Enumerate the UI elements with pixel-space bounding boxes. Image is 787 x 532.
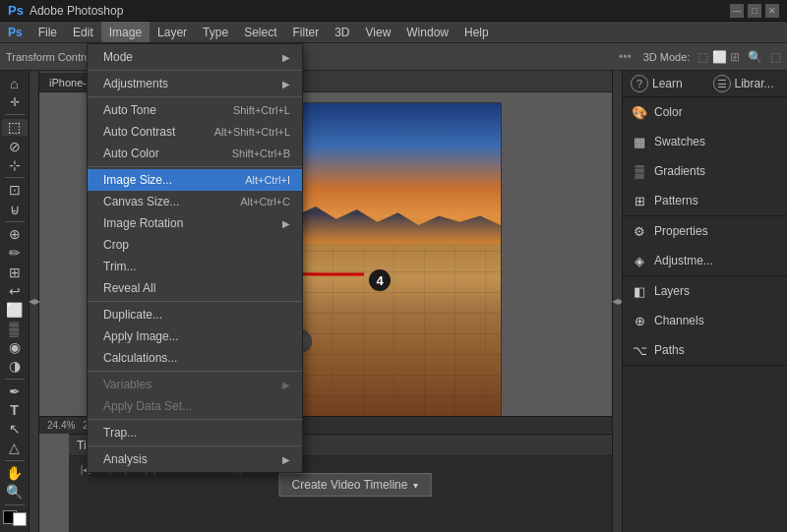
swatches-label: Swatches xyxy=(654,135,779,148)
reveal-all-label: Reveal All xyxy=(103,281,155,295)
right-panel-top: ? Learn ☰ Librar... xyxy=(623,71,787,97)
app-icon: Ps xyxy=(8,3,24,18)
panel-section-layers: ◧ Layers ⊕ Channels ⌥ Paths xyxy=(623,276,787,366)
options-extra-icons: ⬚ xyxy=(770,50,781,64)
tool-stamp[interactable]: ⊞ xyxy=(2,264,28,280)
tool-move[interactable]: ✛ xyxy=(2,93,28,110)
menu-item-select[interactable]: Select xyxy=(236,22,284,42)
menu-apply-image[interactable]: Apply Image... xyxy=(88,325,302,347)
panel-paths[interactable]: ⌥ Paths xyxy=(623,335,787,365)
menu-adjustments[interactable]: Adjustments ▶ xyxy=(88,73,302,94)
menu-crop[interactable]: Crop xyxy=(88,234,302,256)
tool-heal[interactable]: ⊕ xyxy=(2,226,28,243)
menu-mode-label: Mode xyxy=(103,50,133,64)
panel-section-color: 🎨 Color ▦ Swatches ▒ Gradients ⊞ Pattern… xyxy=(623,97,787,216)
tool-shape[interactable]: △ xyxy=(2,440,28,456)
menu-section-analysis: Analysis ▶ xyxy=(88,446,302,472)
maximize-button[interactable]: □ xyxy=(748,4,761,18)
tool-history[interactable]: ↩ xyxy=(2,282,28,299)
panel-adjustments[interactable]: ◈ Adjustme... xyxy=(623,246,787,275)
tool-sep-5 xyxy=(5,460,25,461)
close-button[interactable]: ✕ xyxy=(765,4,779,18)
trim-label: Trim... xyxy=(103,260,137,273)
variables-label: Variables xyxy=(103,378,151,391)
panel-patterns[interactable]: ⊞ Patterns xyxy=(623,186,787,215)
menu-trap[interactable]: Trap... xyxy=(88,422,302,443)
panel-layers[interactable]: ◧ Layers xyxy=(623,276,787,306)
tool-gradient[interactable]: ▒ xyxy=(2,320,28,336)
tool-eraser[interactable]: ⬜ xyxy=(2,301,28,318)
tool-path[interactable]: ↖ xyxy=(2,420,28,437)
menu-item-3d[interactable]: 3D xyxy=(327,22,357,42)
tool-sep-3 xyxy=(5,221,25,222)
menu-analysis[interactable]: Analysis ▶ xyxy=(88,448,302,470)
tool-wand[interactable]: ⊹ xyxy=(2,156,28,173)
menu-mode[interactable]: Mode ▶ xyxy=(88,46,302,68)
tool-eyedropper[interactable]: ⊌ xyxy=(2,201,28,217)
menu-item-file[interactable]: File xyxy=(30,22,65,42)
options-label: Transform Controls xyxy=(6,51,98,63)
tool-hand[interactable]: ✋ xyxy=(2,464,28,481)
menu-item-edit[interactable]: Edit xyxy=(65,22,101,42)
libraries-icon: ☰ xyxy=(713,75,731,92)
image-dropdown-menu: Mode ▶ Adjustments ▶ Auto Tone Shift+Ctr… xyxy=(87,43,303,473)
right-panel-collapse-handle[interactable]: ◀▶ xyxy=(612,71,622,532)
menu-item-layer[interactable]: Layer xyxy=(150,22,195,42)
learn-icon: ? xyxy=(631,75,648,92)
tool-dodge[interactable]: ◑ xyxy=(2,358,28,375)
panel-color[interactable]: 🎨 Color xyxy=(623,97,787,127)
tool-sep-1 xyxy=(5,114,25,115)
channels-label: Channels xyxy=(654,314,779,327)
menu-image-size[interactable]: Image Size... Alt+Ctrl+I xyxy=(88,169,302,191)
panel-swatches[interactable]: ▦ Swatches xyxy=(623,127,787,156)
menu-calculations[interactable]: Calculations... xyxy=(88,347,302,369)
learn-panel-row[interactable]: ? Learn xyxy=(623,71,705,96)
adjustments-icon: ◈ xyxy=(631,252,648,269)
menu-trim[interactable]: Trim... xyxy=(88,256,302,277)
tool-brush[interactable]: ✏ xyxy=(2,245,28,262)
menu-image-rotation[interactable]: Image Rotation ▶ xyxy=(88,212,302,234)
learn-label: Learn xyxy=(652,77,683,90)
menu-item-type[interactable]: Type xyxy=(195,22,236,42)
menu-item-ps[interactable]: Ps xyxy=(0,22,30,42)
auto-tone-label: Auto Tone xyxy=(103,103,156,117)
panel-channels[interactable]: ⊕ Channels xyxy=(623,306,787,335)
status-zoom: 24.4% xyxy=(47,420,75,431)
create-timeline-dropdown[interactable]: ▾ xyxy=(413,480,418,491)
tool-lasso[interactable]: ⊘ xyxy=(2,138,28,154)
gradients-label: Gradients xyxy=(654,164,779,178)
menu-item-help[interactable]: Help xyxy=(456,22,497,42)
tool-text[interactable]: T xyxy=(2,401,28,418)
layers-label: Layers xyxy=(654,284,779,298)
menu-auto-contrast[interactable]: Auto Contrast Alt+Shift+Ctrl+L xyxy=(88,121,302,143)
minimize-button[interactable]: — xyxy=(730,4,744,18)
auto-color-label: Auto Color xyxy=(103,147,159,160)
tool-colors[interactable] xyxy=(3,510,27,526)
panel-properties[interactable]: ⚙ Properties xyxy=(623,216,787,246)
image-size-shortcut: Alt+Ctrl+I xyxy=(245,174,290,186)
tool-crop[interactable]: ⊡ xyxy=(2,182,28,199)
menu-reveal-all[interactable]: Reveal All xyxy=(88,277,302,299)
tool-home[interactable]: ⌂ xyxy=(2,75,28,91)
menu-canvas-size[interactable]: Canvas Size... Alt+Ctrl+C xyxy=(88,191,302,212)
menu-auto-color[interactable]: Auto Color Shift+Ctrl+B xyxy=(88,143,302,164)
properties-icon: ⚙ xyxy=(631,222,648,240)
patterns-icon: ⊞ xyxy=(631,192,648,209)
left-panel-collapse[interactable]: ◀▶ xyxy=(30,71,39,532)
tool-blur[interactable]: ◉ xyxy=(2,338,28,355)
options-more[interactable]: ••• xyxy=(619,50,632,64)
libraries-panel-row[interactable]: ☰ Librar... xyxy=(705,71,788,96)
menu-auto-tone[interactable]: Auto Tone Shift+Ctrl+L xyxy=(88,99,302,121)
layers-icon: ◧ xyxy=(631,282,648,300)
menu-duplicate[interactable]: Duplicate... xyxy=(88,304,302,325)
panel-gradients[interactable]: ▒ Gradients xyxy=(623,156,787,186)
menu-item-window[interactable]: Window xyxy=(398,22,456,42)
menu-item-view[interactable]: View xyxy=(358,22,399,42)
create-video-timeline-button[interactable]: Create Video Timeline ▾ xyxy=(279,473,432,497)
apply-image-label: Apply Image... xyxy=(103,329,179,343)
tool-zoom[interactable]: 🔍 xyxy=(2,483,28,500)
tool-marquee[interactable]: ⬚ xyxy=(2,119,28,136)
menu-item-filter[interactable]: Filter xyxy=(284,22,327,42)
tool-pen[interactable]: ✒ xyxy=(2,383,28,399)
menu-item-image[interactable]: Image xyxy=(101,22,150,42)
